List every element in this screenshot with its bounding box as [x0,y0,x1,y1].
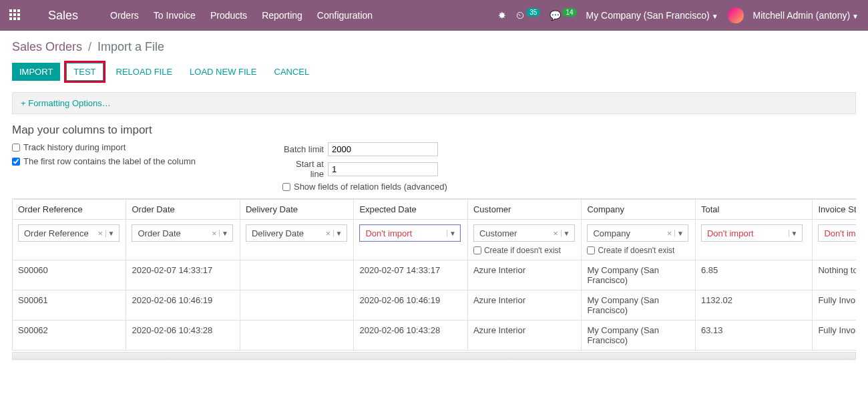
column-header: Invoice Status [813,200,856,220]
column-mapping-select[interactable]: Customer×▼ [473,224,575,242]
column-header: Order Reference [13,200,126,220]
chevron-down-icon[interactable]: ▼ [561,230,572,237]
start-line-input[interactable] [328,162,438,176]
column-header: Company [582,200,695,220]
chevron-down-icon[interactable]: ▼ [333,230,344,237]
cell: 6.85 [695,260,813,290]
nav-reporting[interactable]: Reporting [262,10,302,21]
cell: 2020-02-07 14:33:17 [126,260,240,290]
cell: S00061 [13,290,126,321]
show-relation-checkbox[interactable] [282,183,290,191]
reload-file-button[interactable]: Reload File [110,63,180,80]
breadcrumb-root[interactable]: Sales Orders [12,40,82,53]
action-buttons: Import Test Reload File Load New File Ca… [12,61,856,83]
cell: Fully Invoiced [813,321,856,351]
column-mapping-select[interactable]: Don't import▼ [701,224,803,242]
cell: 1132.02 [695,290,813,321]
column-mapping-select[interactable]: Don't import▼ [359,224,461,242]
nav-configuration[interactable]: Configuration [317,10,373,21]
formatting-options[interactable]: + Formatting Options… [12,92,856,114]
cell: Azure Interior [467,260,581,290]
column-header: Order Date [126,200,240,220]
column-mapping-select[interactable]: Order Reference×▼ [18,224,120,242]
import-button[interactable]: Import [12,63,60,81]
table-row: S000622020-02-06 10:43:282020-02-06 10:4… [13,321,857,351]
horizontal-scrollbar[interactable] [12,352,856,360]
clear-icon[interactable]: × [212,228,217,238]
nav-links: Orders To Invoice Products Reporting Con… [110,10,373,21]
breadcrumb: Sales Orders / Import a File [12,40,856,54]
bug-icon[interactable]: ✸ [498,10,506,21]
column-header: Delivery Date [240,200,353,220]
cell: My Company (San Francisco) [582,290,695,321]
column-mapping-select[interactable]: Company×▼ [587,224,688,242]
chat-icon[interactable]: 💬14 [550,10,576,21]
top-navbar: Sales Orders To Invoice Products Reporti… [0,0,868,31]
table-row: S000602020-02-07 14:33:172020-02-07 14:3… [13,260,857,290]
user-menu[interactable]: Mitchell Admin (antony)▼ [753,10,859,21]
nav-right: ✸ ⏲35 💬14 My Company (San Francisco)▼ Mi… [498,7,859,23]
cell: Fully Invoiced [813,290,856,321]
cell [240,321,353,351]
apps-icon[interactable] [9,9,21,21]
column-header: Customer [467,200,581,220]
nav-toinvoice[interactable]: To Invoice [154,10,196,21]
brand[interactable]: Sales [48,9,78,23]
nav-products[interactable]: Products [210,10,247,21]
test-button[interactable]: Test [66,63,103,81]
import-table-wrap[interactable]: Order ReferenceOrder DateDelivery DateEx… [12,198,856,351]
clear-icon[interactable]: × [325,228,331,238]
chevron-down-icon: ▼ [712,13,718,20]
cell: Nothing to Invoice [813,260,856,290]
cell [240,290,353,321]
chevron-down-icon[interactable]: ▼ [219,230,230,237]
test-highlight: Test [64,61,105,83]
cancel-button[interactable]: Cancel [268,63,316,80]
clear-icon[interactable]: × [97,228,103,238]
chevron-down-icon: ▼ [852,13,859,20]
column-header: Total [695,200,813,220]
avatar [728,7,744,23]
track-history-checkbox[interactable]: Track history during import [12,142,196,152]
table-row: S000612020-02-06 10:46:192020-02-06 10:4… [13,290,857,321]
chevron-down-icon[interactable]: ▼ [105,230,116,237]
load-new-file-button[interactable]: Load New File [183,63,263,80]
column-mapping-select[interactable]: Order Date×▼ [132,224,233,242]
cell: Azure Interior [467,290,581,321]
cell: My Company (San Francisco) [582,260,695,290]
clear-icon[interactable]: × [667,228,672,238]
cell: 2020-02-07 14:33:17 [354,260,467,290]
firstrow-checkbox[interactable]: The first row contains the label of the … [12,156,196,166]
cell: S00062 [13,321,126,351]
cell: 2020-02-06 10:46:19 [354,290,467,321]
chevron-down-icon[interactable]: ▼ [447,230,457,237]
import-table: Order ReferenceOrder DateDelivery DateEx… [12,199,856,351]
cell: Azure Interior [467,321,581,351]
cell: 2020-02-06 10:43:28 [354,321,467,351]
cell: 63.13 [695,321,813,351]
breadcrumb-current: Import a File [97,40,164,53]
cell: My Company (San Francisco) [582,321,695,351]
column-header: Expected Date [354,200,467,220]
chevron-down-icon[interactable]: ▼ [789,230,799,237]
clear-icon[interactable]: × [553,228,558,238]
cell: 2020-02-06 10:46:19 [126,290,240,321]
nav-orders[interactable]: Orders [110,10,139,21]
import-options: Track history during import The first ro… [12,142,856,192]
cell: 2020-02-06 10:43:28 [126,321,240,351]
batch-limit-input[interactable] [328,142,438,156]
chevron-down-icon[interactable]: ▼ [674,230,685,237]
create-if-missing-checkbox[interactable]: Create if doesn't exist [587,246,689,255]
company-switcher[interactable]: My Company (San Francisco)▼ [586,10,718,21]
cell [240,260,353,290]
create-if-missing-checkbox[interactable]: Create if doesn't exist [473,246,576,255]
column-mapping-select[interactable]: Delivery Date×▼ [246,224,347,242]
cell: S00060 [13,260,126,290]
column-mapping-select[interactable]: Don't import▼ [818,224,856,242]
clock-icon[interactable]: ⏲35 [515,10,540,21]
page-title: Map your columns to import [12,124,856,137]
